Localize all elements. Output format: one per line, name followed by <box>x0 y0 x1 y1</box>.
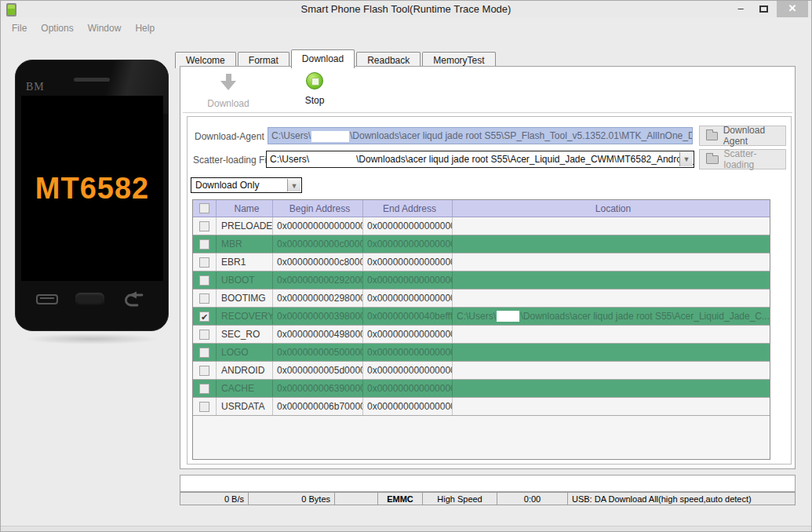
menu-file[interactable]: File <box>12 23 27 34</box>
partition-rows: PRELOADER0x00000000000000000x00000000000… <box>193 217 770 416</box>
table-row[interactable]: MBR0x0000000000c000000x0000000000000000 <box>193 235 770 253</box>
location-cell <box>453 290 770 307</box>
tab-download[interactable]: Download <box>291 49 355 68</box>
download-agent-field[interactable]: C:\Users\\Downloads\acer liqud jade root… <box>268 127 693 144</box>
end-address: 0x0000000000000000 <box>363 290 453 307</box>
begin-address: 0x0000000003980000 <box>273 308 363 325</box>
menu-help[interactable]: Help <box>135 23 155 34</box>
partition-name: CACHE <box>217 380 273 397</box>
row-checkbox[interactable] <box>199 257 209 268</box>
scatter-loading-label: Scatter-loading File <box>193 155 274 166</box>
table-row[interactable]: SEC_RO0x00000000049800000x00000000000000… <box>193 326 770 344</box>
row-checkbox[interactable] <box>199 221 209 231</box>
row-checkbox-checked[interactable]: ✔ <box>199 312 209 322</box>
row-checkbox[interactable] <box>199 293 209 304</box>
window-title: Smart Phone Flash Tool(Runtime Trace Mod… <box>1 3 811 15</box>
minimize-button[interactable]: – <box>730 1 752 17</box>
table-header-row: Name Begin Address End Address Location <box>193 200 770 217</box>
chevron-down-icon[interactable]: ▼ <box>287 179 300 191</box>
row-checkbox[interactable] <box>199 348 209 358</box>
download-agent-button[interactable]: Download Agent <box>699 126 786 146</box>
location-cell <box>453 217 770 235</box>
row-checkbox[interactable] <box>199 330 209 340</box>
scatter-path-suffix: \Downloads\acer liqud jade root S55\Acer… <box>356 154 694 165</box>
table-row[interactable]: UBOOT0x00000000029200000x000000000000000… <box>193 271 770 290</box>
title-bar: Smart Phone Flash Tool(Runtime Trace Mod… <box>1 1 811 18</box>
phone-illustration: BM MT6582 <box>15 60 169 331</box>
row-check-cell <box>193 380 217 397</box>
row-check-cell: ✔ <box>193 308 217 325</box>
end-address: 0x0000000000000000 <box>363 253 453 271</box>
table-row[interactable]: PRELOADER0x00000000000000000x00000000000… <box>193 217 770 235</box>
row-check-cell <box>193 398 217 415</box>
table-row[interactable]: USRDATA0x000000006b7000000x0000000000000… <box>193 398 770 416</box>
table-row[interactable]: EBR10x0000000000c800000x0000000000000000 <box>193 253 770 271</box>
maximize-icon <box>759 5 768 13</box>
chipset-label: MT6582 <box>35 172 149 206</box>
row-checkbox[interactable] <box>199 366 209 376</box>
select-all-checkbox[interactable] <box>199 203 209 213</box>
menu-options[interactable]: Options <box>41 23 73 34</box>
download-mode-select[interactable]: Download Only ▼ <box>191 177 302 193</box>
partition-table: Name Begin Address End Address Location … <box>192 199 770 460</box>
location-cell <box>453 235 770 253</box>
header-name[interactable]: Name <box>217 200 273 217</box>
partition-name: RECOVERY <box>217 308 273 325</box>
close-button[interactable]: ✕ <box>777 1 808 17</box>
table-row[interactable]: ANDROID0x0000000005d000000x0000000000000… <box>193 362 770 380</box>
download-action-button[interactable]: Download <box>198 72 259 111</box>
menu-bar: File Options Window Help <box>1 18 811 38</box>
scatter-file-combobox[interactable]: C:\Users\\Downloads\acer liqud jade root… <box>266 151 694 168</box>
location-cell <box>453 362 770 379</box>
row-check-cell <box>193 344 217 361</box>
maximize-button[interactable] <box>752 1 774 17</box>
download-tab-page: Download Stop Download-Agent C:\Users\\D… <box>180 66 796 469</box>
begin-address: 0x0000000004980000 <box>273 326 363 343</box>
location-cell <box>453 326 770 343</box>
begin-address: 0x0000000063900000 <box>273 380 363 397</box>
table-row[interactable]: ✔RECOVERY0x00000000039800000x00000000040… <box>193 308 770 326</box>
stop-action-button[interactable]: Stop <box>284 72 345 111</box>
row-checkbox[interactable] <box>199 402 209 412</box>
menu-window[interactable]: Window <box>88 23 122 34</box>
stop-action-label: Stop <box>284 95 345 106</box>
status-blank <box>335 493 378 505</box>
end-address: 0x0000000000000000 <box>363 217 453 235</box>
end-address: 0x0000000000000000 <box>363 398 453 415</box>
table-row[interactable]: BOOTIMG0x00000000029800000x0000000000000… <box>193 290 770 308</box>
row-check-cell <box>193 362 217 379</box>
end-address: 0x0000000000000000 <box>363 271 453 289</box>
row-check-cell <box>193 271 217 289</box>
location-cell: C:\Users\\Downloads\acer liqud jade root… <box>453 308 770 325</box>
end-address: 0x0000000000000000 <box>363 235 453 253</box>
download-action-label: Download <box>198 98 259 109</box>
status-speed: 0 B/s <box>180 493 249 505</box>
header-location[interactable]: Location <box>453 200 770 217</box>
location-cell <box>453 253 770 271</box>
download-agent-button-label: Download Agent <box>723 125 785 147</box>
location-path-prefix: C:\Users\ <box>457 311 496 322</box>
end-address: 0x0000000000000000 <box>363 380 453 397</box>
select-all-cell <box>193 200 217 217</box>
scatter-path-prefix: C:\Users\ <box>270 154 309 165</box>
table-row[interactable]: CACHE0x00000000639000000x000000000000000… <box>193 380 770 398</box>
row-checkbox[interactable] <box>199 239 209 250</box>
begin-address: 0x000000006b700000 <box>273 398 363 415</box>
download-mode-value: Download Only <box>195 180 259 191</box>
row-check-cell <box>193 290 217 307</box>
partition-name: UBOOT <box>217 271 273 289</box>
chevron-down-icon[interactable]: ▼ <box>679 152 693 166</box>
location-cell <box>453 344 770 361</box>
location-cell <box>453 271 770 289</box>
scatter-loading-button[interactable]: Scatter-loading <box>699 149 786 169</box>
table-row[interactable]: LOGO0x00000000050000000x0000000000000000 <box>193 344 770 362</box>
header-begin-address[interactable]: Begin Address <box>273 200 363 217</box>
begin-address: 0x0000000002980000 <box>273 290 363 307</box>
row-checkbox[interactable] <box>199 275 209 286</box>
phone-menu-icon <box>36 294 58 304</box>
partition-name: BOOTIMG <box>217 290 273 307</box>
row-checkbox[interactable] <box>199 384 209 394</box>
status-time: 0:00 <box>497 493 568 505</box>
header-end-address[interactable]: End Address <box>363 200 453 217</box>
phone-keys <box>16 290 168 308</box>
